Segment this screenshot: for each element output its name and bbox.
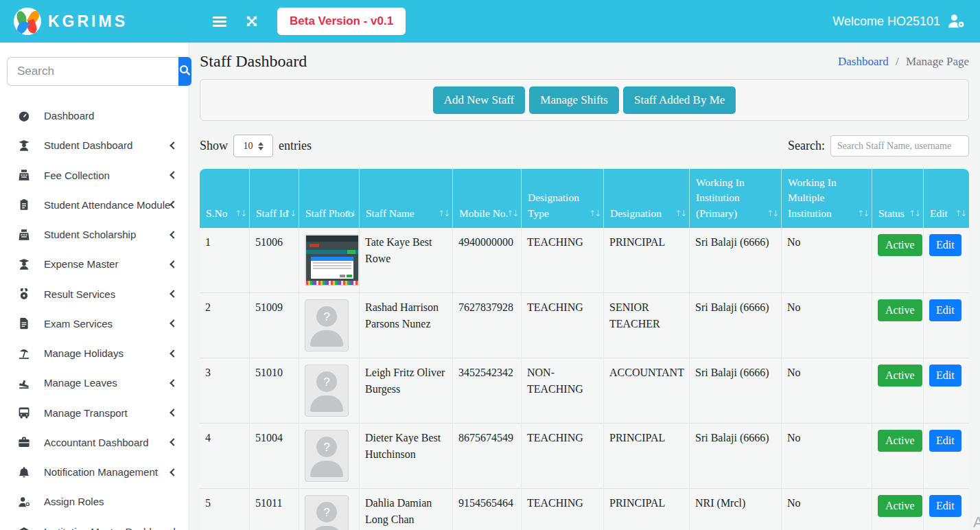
breadcrumb-dashboard-link[interactable]: Dashboard: [838, 55, 889, 68]
status-active-button[interactable]: Active: [878, 299, 922, 321]
column-header-working-in-institution-primary-[interactable]: Working In Institution (Primary)↑↓: [690, 169, 782, 228]
plane-icon: [18, 377, 33, 389]
staff-photo-screenshot[interactable]: [305, 234, 360, 286]
status-active-button[interactable]: Active: [878, 234, 922, 256]
cell-staff-id: 51004: [250, 424, 299, 489]
fullscreen-expand-icon[interactable]: [244, 14, 259, 29]
sort-arrows-icon[interactable]: ↑↓: [909, 208, 920, 220]
column-header-label: Working In Institution (Primary): [696, 176, 745, 219]
column-header-status[interactable]: Status↑↓: [872, 169, 924, 228]
sidebar-item-student-scholarship[interactable]: Student Scholarship: [0, 220, 189, 249]
sort-arrows-icon[interactable]: ↑↓: [589, 208, 600, 220]
sidebar-item-dashboard[interactable]: Dashboard: [0, 101, 189, 130]
breadcrumb-separator: /: [896, 55, 899, 68]
sidebar-item-label: Student Dashboard: [44, 137, 171, 153]
status-active-button[interactable]: Active: [878, 495, 922, 517]
cell-multiple-institution: No: [782, 293, 872, 358]
sidebar-item-assign-roles[interactable]: Assign Roles: [0, 487, 189, 516]
edit-button[interactable]: Edit: [929, 365, 961, 387]
sort-arrows-icon[interactable]: ↑↓: [345, 208, 355, 220]
edit-button[interactable]: Edit: [929, 234, 961, 256]
column-header-s-no[interactable]: S.No↑↓: [200, 169, 250, 228]
beta-version-button[interactable]: Beta Version - v0.1: [277, 8, 406, 35]
sort-arrows-icon[interactable]: ↑↓: [955, 208, 966, 220]
column-header-label: Edit: [930, 207, 948, 219]
cell-edit: Edit: [924, 489, 969, 530]
watermark-line1: Activate Windows: [973, 514, 980, 530]
column-header-label: Status: [878, 207, 905, 219]
user-plus-icon: [18, 496, 33, 508]
sort-arrows-icon[interactable]: ↑↓: [506, 208, 517, 220]
column-header-staff-photo[interactable]: Staff Photo↑↓: [299, 169, 360, 228]
page-title: Staff Dashboard: [200, 52, 307, 71]
sidebar-item-expense-master[interactable]: Expense Master: [0, 249, 189, 279]
cell-edit: Edit: [924, 228, 969, 293]
staff-photo-placeholder-icon[interactable]: ?: [305, 430, 349, 482]
staff-added-by-me-button[interactable]: Staff Added By Me: [623, 87, 736, 114]
status-active-button[interactable]: Active: [878, 430, 922, 452]
sidebar-item-notification-management[interactable]: Notification Management: [0, 457, 189, 487]
sidebar-item-manage-holidays[interactable]: Manage Holidays: [0, 338, 189, 368]
status-active-button[interactable]: Active: [878, 365, 922, 387]
cell-sno: 2: [200, 293, 250, 358]
column-header-designation[interactable]: Designation↑↓: [604, 169, 690, 228]
edit-button[interactable]: Edit: [929, 430, 961, 452]
sidebar-item-result-services[interactable]: Result Services: [0, 279, 189, 309]
column-header-staff-id[interactable]: Staff Id↑↓: [250, 169, 299, 228]
edit-button[interactable]: Edit: [929, 299, 961, 321]
column-header-staff-name[interactable]: Staff Name↑↓: [360, 169, 453, 228]
table-search-input[interactable]: [830, 135, 969, 157]
cell-designation-type: TEACHING: [522, 489, 604, 530]
sidebar-item-label: Assign Roles: [44, 494, 176, 509]
edit-button[interactable]: Edit: [929, 495, 961, 517]
sort-arrows-icon[interactable]: ↑↓: [767, 208, 778, 220]
chevron-left-icon: [170, 320, 177, 327]
table-search-label: Search:: [788, 139, 825, 153]
column-header-mobile-no-[interactable]: Mobile No.↑↓: [453, 169, 522, 228]
column-header-designation-type[interactable]: Designation Type↑↓: [522, 169, 604, 228]
manage-shifts-button[interactable]: Manage Shifts: [529, 87, 619, 114]
brand[interactable]: KGRIMS: [14, 8, 191, 35]
sort-arrows-icon[interactable]: ↑↓: [235, 208, 246, 220]
cell-multiple-institution: No: [782, 489, 872, 530]
sidebar-item-student-dashboard[interactable]: Student Dashboard: [0, 130, 189, 160]
staff-photo-placeholder-icon[interactable]: ?: [305, 365, 349, 417]
cell-staff-id: 51009: [250, 293, 299, 358]
sidebar-item-exam-services[interactable]: Exam Services: [0, 309, 189, 338]
chevron-left-icon: [170, 171, 177, 178]
cell-photo: ?: [299, 293, 360, 358]
kgrims-logo-icon: [14, 8, 41, 35]
sidebar-item-institution-master-dashboard[interactable]: Institution Master Dashboard: [0, 517, 189, 530]
staff-photo-placeholder-icon[interactable]: ?: [305, 299, 349, 352]
cash-register-icon: [18, 169, 33, 181]
sidebar-item-accountant-dashboard[interactable]: Accountant Dashboard: [0, 428, 189, 457]
sidebar-toggle-hamburger-icon[interactable]: [213, 16, 226, 27]
staff-photo-placeholder-icon[interactable]: ?: [305, 495, 349, 530]
sidebar-item-student-attendance-module[interactable]: Student Attendance Module: [0, 190, 189, 220]
column-header-edit[interactable]: Edit↑↓: [924, 169, 969, 228]
sidebar-item-label: Notification Management: [44, 464, 171, 480]
cell-staff-id: 51011: [250, 489, 299, 530]
sidebar-item-label: Institution Master Dashboard: [44, 524, 176, 530]
sidebar-item-fee-collection[interactable]: Fee Collection: [0, 161, 189, 190]
sidebar-item-manage-leaves[interactable]: Manage Leaves: [0, 368, 189, 398]
dashboard-icon: [18, 110, 33, 122]
staff-table: S.No↑↓Staff Id↑↓Staff Photo↑↓Staff Name↑…: [200, 169, 969, 530]
sort-arrows-icon[interactable]: ↑↓: [675, 208, 686, 220]
cell-designation: SENIOR TEACHER: [604, 293, 690, 358]
user-gear-icon[interactable]: [947, 14, 965, 29]
sort-arrows-icon[interactable]: ↑↓: [284, 208, 295, 220]
bus-icon: [18, 406, 33, 419]
sidebar-item-manage-transport[interactable]: Manage Transport: [0, 398, 189, 428]
sidebar-item-label: Manage Leaves: [44, 375, 171, 391]
column-header-label: Designation Type: [528, 192, 579, 218]
cell-institution-primary: Sri Balaji (6666): [690, 228, 782, 293]
sidebar-search-input[interactable]: [7, 57, 178, 86]
column-header-working-in-multiple-institution[interactable]: Working In Multiple Institution↑↓: [782, 169, 872, 228]
sort-arrows-icon[interactable]: ↑↓: [857, 208, 868, 220]
page-size-select[interactable]: 10: [233, 135, 273, 157]
add-new-staff-button[interactable]: Add New Staff: [433, 87, 526, 114]
cell-mobile: 9154565464: [453, 489, 522, 530]
chevron-left-icon: [170, 408, 177, 416]
sort-arrows-icon[interactable]: ↑↓: [438, 208, 449, 220]
